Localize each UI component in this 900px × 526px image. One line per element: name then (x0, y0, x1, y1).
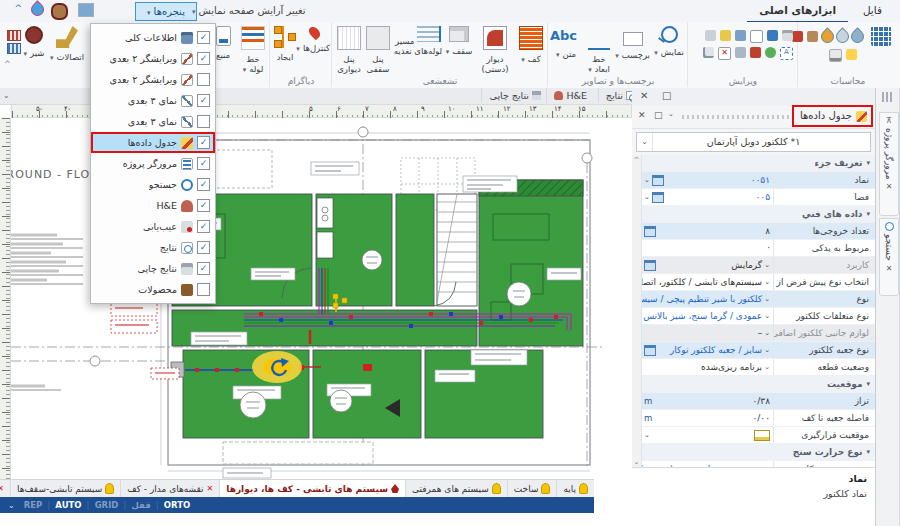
wall-panel-button[interactable]: پنل دیواری (334, 26, 364, 74)
controls-button[interactable]: کنترل‌ها▾ (298, 26, 330, 54)
image-icon[interactable] (735, 47, 746, 58)
water-calc-icon[interactable] (848, 27, 866, 45)
status-auto[interactable]: AUTO (50, 500, 86, 510)
menu-item-editor-2d[interactable]: ✓ ویرایشگر ۲ بعدی (91, 48, 215, 69)
panel-scrollbar[interactable]: ^ ⌄ (632, 155, 642, 467)
prop-application[interactable]: کاربرد ⌄گرمایش (641, 257, 875, 274)
prop-spare-related[interactable]: مربوط به یدکی · (641, 240, 875, 257)
pipe-line-button[interactable]: خط لوله▾ (238, 26, 268, 74)
prop-collector-box-type[interactable]: نوع جعبه کلکتور ⌄سایز / جعبه کلکتور توکا… (641, 342, 875, 359)
checkbox[interactable] (197, 283, 210, 296)
collapse-ribbon-icon[interactable]: ^ (6, 3, 22, 19)
panel-float-icon[interactable]: □ (654, 110, 663, 120)
status-grid[interactable]: GRID (90, 500, 124, 510)
select-frame-icon[interactable] (750, 30, 763, 43)
room-hall[interactable] (396, 194, 434, 306)
radiator-icon[interactable] (7, 30, 21, 41)
create-button[interactable]: ایجاد (272, 26, 298, 63)
status-rep[interactable]: REP (19, 500, 48, 510)
sheet-tab-construction[interactable]: ساخت (507, 480, 557, 497)
open-window-icon[interactable] (644, 226, 656, 237)
tab-main-tools[interactable]: ابزارهای اصلی (747, 0, 848, 23)
prop-space[interactable]: فضا ۰۰۵ ⌄ (641, 189, 875, 206)
menu-item-results[interactable]: ✓ نتایج (91, 237, 215, 258)
vertical-tab-search[interactable]: جستجو ✕ (879, 218, 899, 296)
calc-tool-icon[interactable] (807, 31, 818, 42)
strip-grip-icon[interactable] (882, 92, 894, 102)
tab-file[interactable]: فایل (851, 0, 894, 21)
menu-item-editor-2d-2[interactable]: ویرایشگر ۲ بعدی (91, 69, 215, 90)
checkbox[interactable]: ✓ (197, 31, 210, 44)
move-up-icon[interactable] (767, 30, 778, 41)
droplet-icon[interactable] (28, 3, 44, 19)
menu-item-3d-view-2[interactable]: نمای ۳ بعدی (91, 111, 215, 132)
calculator-button[interactable] (868, 26, 894, 49)
sheet-tab-circuit-ceiling[interactable]: ✕ نقشه‌های مدار-سقف (0, 480, 10, 497)
tab-overflow-icon[interactable]: ⌄ (3, 91, 10, 100)
apply-icon[interactable] (765, 47, 776, 58)
open-window-icon[interactable] (644, 345, 656, 356)
checkbox[interactable]: ✓ (197, 136, 210, 149)
maximize-icon[interactable]: □ (662, 90, 671, 101)
heat-calc-icon[interactable] (818, 27, 836, 45)
open-window-icon[interactable] (652, 192, 664, 203)
ceiling-panel-button[interactable]: پنل سقفی (364, 26, 392, 74)
doc-tab-he[interactable]: H&E (546, 88, 594, 103)
checkbox[interactable]: ✓ (197, 94, 210, 107)
prop-extra-accessories[interactable]: لوازم جانبی کلکتور اضافی ⌄– (641, 325, 875, 342)
sheet-tab-convective[interactable]: سیستم های همرفتی (405, 480, 507, 497)
water-calc2-icon[interactable] (833, 27, 851, 45)
valve-button[interactable]: شیر▾ (23, 26, 45, 59)
component-selector[interactable]: ۱* کلکتور دوبل آپارتمان ⌄ (636, 132, 871, 152)
prop-outlet-count[interactable]: تعداد خروجی‌ها ۸ (641, 223, 875, 240)
panel-close-icon[interactable]: ✕ (638, 110, 646, 120)
pin-icon[interactable]: ⊼ (886, 116, 892, 125)
prop-collector-install-set[interactable]: مجموعه نصب کلتور ⌄ست نصب حرارت سنج (عمود… (641, 461, 875, 467)
menu-item-print-results[interactable]: ✓ نتایج چاپی (91, 258, 215, 279)
prop-box-floor-distance[interactable]: فاصله جعبه تا کف ۰/۰۰ m (641, 410, 875, 427)
panel-chevron-icon[interactable]: ⌄ (668, 110, 674, 118)
sheet-tab-base[interactable]: پایه (556, 480, 594, 497)
feed-pipes-button[interactable]: مسیر لوله‌های تغذیه (392, 26, 444, 57)
section-thermometer-type[interactable]: ▾نوع حرارت سنج (641, 444, 875, 461)
delete-icon[interactable]: ✕ (718, 47, 731, 60)
prop-placement-position[interactable]: موقعیت قرارگیری ⌄ (641, 427, 875, 444)
menu-item-he[interactable]: ✓ H&E (91, 195, 215, 216)
status-orto[interactable]: ORTO (159, 500, 195, 510)
section-position[interactable]: ▾موقعیت (641, 376, 875, 393)
checkbox[interactable]: ✓ (197, 199, 210, 212)
checkbox[interactable] (197, 73, 210, 86)
status-lock[interactable]: قفل (126, 500, 155, 510)
paste-icon[interactable] (720, 30, 731, 41)
edit-data-icon[interactable] (846, 49, 857, 60)
checkbox[interactable]: ✓ (197, 220, 210, 233)
checkbox[interactable]: ✓ (197, 262, 210, 275)
text-select-icon[interactable]: A (780, 47, 793, 60)
prop-symbol[interactable]: نماد ۰۰۵۱ ⌄ (641, 172, 875, 189)
checkbox[interactable]: ✓ (197, 241, 210, 254)
checkbox[interactable]: ✓ (197, 157, 210, 170)
dimension-line-button[interactable]: خط ابعاد▾ (582, 26, 616, 74)
prop-part-status[interactable]: وضعیت قطعه ⌄برنامه ریزی‌شده (641, 359, 875, 376)
open-window-icon[interactable] (644, 260, 656, 271)
menu-item-search[interactable]: ✓ جستجو (91, 174, 215, 195)
sheet-tab-circuit-floor[interactable]: ✕ نقشه‌های مدار - کف (120, 480, 219, 497)
open-window-icon[interactable] (652, 175, 664, 186)
menu-item-diagnostics[interactable]: ✓ عیب‌یابی (91, 216, 215, 237)
monitor-icon[interactable] (78, 3, 94, 19)
section-part-definition[interactable]: ▾تعریف جزء (641, 155, 875, 172)
selected-collector[interactable] (252, 351, 302, 383)
view-option-icon[interactable] (782, 30, 793, 41)
prop-collector-accessories-type[interactable]: نوع متعلقات کلکتور ⌄عمودی / گرما سنج، شی… (641, 308, 875, 325)
layout-button[interactable]: تغییر آرایش صفحه نمایش▾ (186, 2, 312, 19)
wall-manual-button[interactable]: دیوار (دستی) (474, 26, 516, 74)
undo-icon[interactable] (735, 30, 746, 41)
network-icon[interactable] (750, 47, 761, 58)
checkbox[interactable]: ✓ (197, 178, 210, 191)
checkbox[interactable]: ✓ (197, 52, 210, 65)
section-technical-data[interactable]: ▾داده های فني (641, 206, 875, 223)
menu-item-project-browser[interactable]: ✓ مرورگر پروژه (91, 153, 215, 174)
cut-icon[interactable] (703, 47, 714, 58)
menu-item-3d-view[interactable]: ✓ نمای ۳ بعدی (91, 90, 215, 111)
close-icon[interactable]: ✕ (640, 90, 648, 101)
